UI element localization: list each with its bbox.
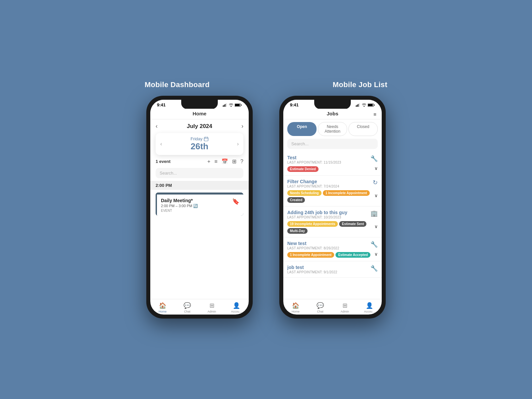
svg-rect-17: [374, 104, 375, 105]
job-item-filter[interactable]: Filter Change LAST APPOINTMENT: 7/24/202…: [283, 176, 382, 206]
tab-open[interactable]: Open: [287, 122, 317, 136]
home-label-2: Home: [292, 310, 300, 313]
nav-admin-2[interactable]: ⊞ Admin: [332, 302, 357, 313]
events-toolbar: 1 event + ≡ 📅 ⊞ ?: [150, 155, 249, 168]
job-title-filter: Filter Change: [287, 179, 339, 184]
event-type: EVENT: [161, 209, 198, 212]
admin-label-1: Admin: [207, 310, 216, 313]
job-search-placeholder: Search...: [291, 141, 309, 146]
status-icons-2: [356, 103, 375, 107]
prev-day-btn[interactable]: ‹: [160, 141, 162, 147]
expand-24th[interactable]: ∨: [374, 224, 378, 229]
job-header-filter: Filter Change LAST APPOINTMENT: 7/24/202…: [287, 179, 378, 188]
chat-label-1: Chat: [184, 310, 190, 313]
job-tags-test: Estimate Denied: [287, 166, 319, 172]
job-search[interactable]: Search...: [287, 139, 378, 149]
next-month-btn[interactable]: ›: [241, 123, 243, 130]
bottom-nav-2: 🏠 Home 💬 Chat ⊞ Admin 👤 Accou...: [283, 299, 382, 315]
nav-chat-1[interactable]: 💬 Chat: [175, 302, 200, 313]
job-tags-24th: 19 Incomplete Appointments Estimate Sent…: [287, 221, 374, 234]
tab-closed[interactable]: Closed: [348, 122, 378, 136]
status-bar-2: 9:41: [283, 100, 382, 109]
notch-2: [314, 100, 351, 109]
add-event-btn[interactable]: +: [207, 159, 210, 165]
chat-icon-1: 💬: [184, 302, 191, 309]
account-label-1: Accou...: [231, 310, 242, 313]
wrench-red-icon: 🔧: [370, 155, 378, 162]
event-card[interactable]: Daily Meeting* 2:00 PM – 3:00 PM 🔄 EVENT…: [156, 193, 243, 216]
time-1: 9:41: [157, 102, 166, 107]
job-title-24th: Adding 24th job to this guy: [287, 210, 347, 215]
day-label: Friday: [191, 136, 208, 141]
calendar-search[interactable]: Search...: [156, 168, 243, 178]
tag-created: Created: [287, 197, 305, 203]
tag-1-incomplete-newtest: 1 Incomplete Appointment: [287, 252, 334, 258]
nav-account-1[interactable]: 👤 Accou...: [224, 302, 249, 313]
building-icon: 🏢: [370, 210, 378, 217]
admin-icon-1: ⊞: [209, 302, 214, 309]
tag-19-incomplete: 19 Incomplete Appointments: [287, 221, 338, 227]
svg-rect-1: [224, 105, 224, 107]
job-item-newtest[interactable]: New test LAST APPOINTMENT: 8/26/2022 🔧 1…: [283, 237, 382, 261]
job-item-24th[interactable]: Adding 24th job to this guy LAST APPOINT…: [283, 206, 382, 237]
events-count: 1 event: [156, 159, 171, 164]
home-icon-1: 🏠: [159, 302, 166, 309]
bookmark-icon: 🔖: [232, 198, 239, 205]
menu-icon[interactable]: ≡: [373, 111, 376, 117]
account-icon-1: 👤: [233, 302, 240, 309]
job-appt-newtest: LAST APPOINTMENT: 8/26/2022: [287, 246, 339, 250]
tag-estimate-sent: Estimate Sent: [339, 221, 366, 227]
jobs-tabs: Open Needs Attention Closed: [283, 119, 382, 136]
calendar-view-btn[interactable]: 📅: [221, 158, 228, 165]
filter-btn[interactable]: ≡: [214, 159, 217, 165]
grid-view-btn[interactable]: ⊞: [232, 158, 236, 165]
tag-multi-day: Multi-Day: [287, 228, 308, 234]
tab-needs-attention[interactable]: Needs Attention: [318, 122, 347, 136]
refresh-icon: ↻: [373, 179, 378, 186]
svg-rect-14: [359, 103, 359, 107]
expand-filter[interactable]: ∨: [374, 193, 378, 198]
calendar-search-placeholder: Search...: [160, 171, 177, 176]
tag-estimate-denied: Estimate Denied: [287, 166, 319, 172]
svg-rect-5: [235, 104, 240, 106]
joblist-label: Mobile Job List: [332, 80, 387, 89]
status-icons-1: [223, 103, 242, 107]
svg-rect-11: [356, 105, 356, 107]
nav-admin-1[interactable]: ⊞ Admin: [200, 302, 224, 313]
job-title-test: Test: [287, 155, 341, 160]
battery-icon: [235, 103, 242, 107]
nav-title-2: Jobs: [327, 111, 338, 116]
job-appt-jobtest: LAST APPOINTMENT: 9/1/2022: [287, 270, 337, 274]
chat-label-2: Chat: [317, 310, 323, 313]
notch-1: [181, 100, 218, 109]
event-title: Daily Meeting*: [161, 198, 198, 203]
wifi-icon: [229, 103, 233, 107]
date-center: Friday 26th: [191, 136, 208, 152]
tag-estimate-accepted: Estimate Accepted: [335, 252, 370, 258]
nav-title-1: Home: [193, 111, 206, 116]
nav-home-2[interactable]: 🏠 Home: [283, 302, 308, 313]
job-item-test[interactable]: Test LAST APPOINTMENT: 11/15/2023 🔧 Esti…: [283, 152, 382, 176]
next-day-btn[interactable]: ›: [237, 141, 239, 147]
nav-home-1[interactable]: 🏠 Home: [150, 302, 175, 313]
expand-newtest[interactable]: ∨: [374, 251, 378, 257]
job-item-jobtest[interactable]: job test LAST APPOINTMENT: 9/1/2022 🔧: [283, 261, 382, 278]
event-card-body: Daily Meeting* 2:00 PM – 3:00 PM 🔄 EVENT…: [156, 195, 243, 216]
phone-joblist: 9:41: [279, 96, 386, 319]
nav-header-1: Home: [150, 109, 249, 119]
admin-icon-2: ⊞: [342, 302, 347, 309]
prev-month-btn[interactable]: ‹: [156, 123, 158, 130]
dashboard-label: Mobile Dashboard: [145, 80, 210, 89]
job-appt-filter: LAST APPOINTMENT: 7/24/2024: [287, 185, 339, 188]
job-tags-row-newtest: 1 Incomplete Appointment Estimate Accept…: [287, 250, 378, 258]
svg-rect-0: [223, 105, 223, 107]
nav-account-2[interactable]: 👤 Accou...: [357, 302, 382, 313]
expand-test[interactable]: ∨: [374, 166, 378, 171]
job-header-jobtest: job test LAST APPOINTMENT: 9/1/2022 🔧: [287, 265, 378, 274]
time-section: 2:00 PM: [150, 181, 249, 190]
help-btn[interactable]: ?: [240, 159, 243, 165]
signal-icon: [223, 103, 227, 107]
job-header-newtest: New test LAST APPOINTMENT: 8/26/2022 🔧: [287, 241, 378, 250]
nav-chat-2[interactable]: 💬 Chat: [308, 302, 332, 313]
phone-dashboard: 9:41: [146, 96, 253, 319]
